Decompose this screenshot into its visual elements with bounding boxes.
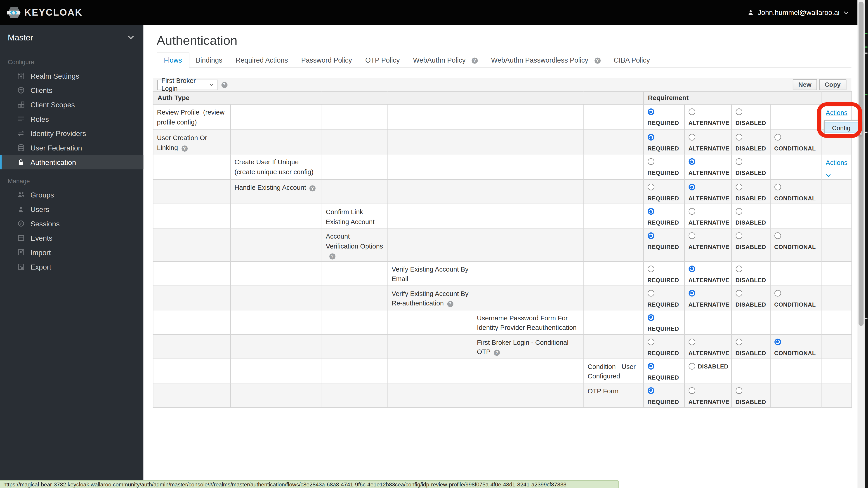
requirement-radio-disabled[interactable] [688,363,695,369]
sidebar-item-user-federation[interactable]: User Federation [0,140,143,155]
table-row: First Broker Login - Conditional OTPREQU… [153,334,851,359]
auth-type-label: First Broker Login - Conditional OTP [477,338,570,356]
requirement-option-label: REQUIRED [647,219,679,226]
scrollbar[interactable] [857,0,864,488]
help-icon[interactable] [472,57,478,63]
requirement-radio-required[interactable] [647,363,654,369]
sidebar-item-import[interactable]: Import [0,245,143,260]
actions-cell [821,359,851,383]
requirement-radio-alternative[interactable] [688,387,695,394]
flow-select[interactable]: First Broker Login [157,79,218,90]
help-icon[interactable] [594,57,600,63]
help-icon[interactable] [309,185,315,191]
auth-type-label: OTP Form [588,387,619,395]
tab-otp-policy[interactable]: OTP Policy [359,53,406,68]
requirement-radio-alternative[interactable] [688,290,695,296]
tab-flows[interactable]: Flows [157,53,189,68]
requirement-option-label: REQUIRED [647,325,679,332]
requirement-radio-conditional[interactable] [774,290,781,296]
tab-bindings[interactable]: Bindings [189,53,229,68]
sidebar-item-sessions[interactable]: Sessions [0,217,143,231]
copy-button[interactable]: Copy [819,79,846,90]
sidebar-item-realm-settings[interactable]: Realm Settings [0,69,143,83]
requirement-radio-required[interactable] [647,184,654,190]
requirement-radio-required[interactable] [647,232,654,239]
requirement-radio-required[interactable] [647,208,654,215]
keycloak-logo[interactable]: KEYCLOAK [6,6,83,19]
requirement-radio-alternative[interactable] [688,158,695,165]
requirement-radio-disabled[interactable] [736,108,742,115]
requirement-radio-required[interactable] [647,134,654,140]
requirement-radio-conditional[interactable] [774,134,781,140]
requirement-radio-disabled[interactable] [736,208,742,215]
requirement-radio-alternative[interactable] [688,208,695,215]
sidebar-item-users[interactable]: Users [0,202,143,217]
chevron-down-icon [826,169,851,179]
requirement-radio-alternative[interactable] [688,184,695,190]
auth-type-cell: Verify Existing Account By Re-authentica… [388,286,473,310]
requirement-radio-required[interactable] [647,338,654,345]
requirement-cell-alternative: ALTERNATIVE [684,334,731,359]
sidebar-item-clients[interactable]: Clients [0,83,143,97]
requirement-radio-conditional[interactable] [774,184,781,190]
requirement-option-label: CONDITIONAL [774,350,816,356]
auth-type-spacer [583,180,643,204]
table-row: Confirm Link Existing AccountREQUIREDALT… [153,204,851,228]
sidebar-item-export[interactable]: Export [0,260,143,274]
requirement-radio-disabled[interactable] [736,290,742,296]
auth-type-spacer [230,286,322,310]
requirement-radio-required[interactable] [647,265,654,272]
requirement-cell-required: REQUIRED [643,261,684,286]
menu-item-config[interactable]: Config [825,122,862,133]
requirement-radio-disabled[interactable] [736,184,742,190]
help-icon[interactable] [181,145,187,151]
help-icon[interactable] [494,350,500,356]
sidebar-item-events[interactable]: Events [0,231,143,245]
requirement-radio-disabled[interactable] [736,158,742,165]
actions-link[interactable]: Actions [826,159,847,166]
requirement-radio-disabled[interactable] [736,232,742,239]
requirement-radio-alternative[interactable] [688,108,695,115]
requirement-option-label: DISABLED [736,243,766,250]
help-icon[interactable] [221,82,227,88]
requirement-radio-alternative[interactable] [688,134,695,140]
requirement-radio-required[interactable] [647,290,654,296]
sidebar-item-groups[interactable]: Groups [0,188,143,202]
requirement-radio-required[interactable] [647,314,654,321]
requirement-radio-conditional[interactable] [774,232,781,239]
tab-webauthn-policy[interactable]: WebAuthn Policy [406,53,485,68]
requirement-cell-required: REQUIRED [643,104,684,130]
help-icon[interactable] [447,301,453,307]
requirement-radio-alternative[interactable] [688,232,695,239]
requirement-option-label: DISABLED [736,398,766,404]
auth-type-spacer [153,286,230,310]
user-menu[interactable]: John.hummel@wallaroo.ai [747,8,848,16]
requirement-radio-alternative[interactable] [688,265,695,272]
sidebar-item-authentication[interactable]: Authentication [0,155,143,169]
scrollbar-thumb[interactable] [858,2,863,326]
actions-link[interactable]: Actions [826,109,847,117]
actions-cell [821,180,851,204]
requirement-cell-disabled [731,310,770,334]
sidebar-item-label: Sessions [31,219,60,228]
requirement-radio-required[interactable] [647,387,654,394]
requirement-radio-required[interactable] [647,158,654,165]
new-button[interactable]: New [793,79,817,90]
sidebar-item-roles[interactable]: Roles [0,112,143,126]
sidebar-item-client-scopes[interactable]: Client Scopes [0,97,143,112]
requirement-radio-disabled[interactable] [736,387,742,394]
tab-required-actions[interactable]: Required Actions [229,53,294,68]
help-icon[interactable] [329,254,335,260]
sidebar-item-identity-providers[interactable]: Identity Providers [0,126,143,140]
requirement-radio-required[interactable] [647,108,654,115]
tab-webauthn-passwordless-policy[interactable]: WebAuthn Passwordless Policy [485,53,607,68]
tab-ciba-policy[interactable]: CIBA Policy [607,53,657,68]
table-row: Create User If Unique (create unique use… [153,154,851,180]
requirement-radio-disabled[interactable] [736,338,742,345]
tab-password-policy[interactable]: Password Policy [294,53,359,68]
requirement-radio-conditional[interactable] [774,338,781,345]
requirement-radio-disabled[interactable] [736,134,742,140]
requirement-radio-disabled[interactable] [736,265,742,272]
requirement-radio-alternative[interactable] [688,338,695,345]
realm-selector[interactable]: Master [0,25,143,51]
